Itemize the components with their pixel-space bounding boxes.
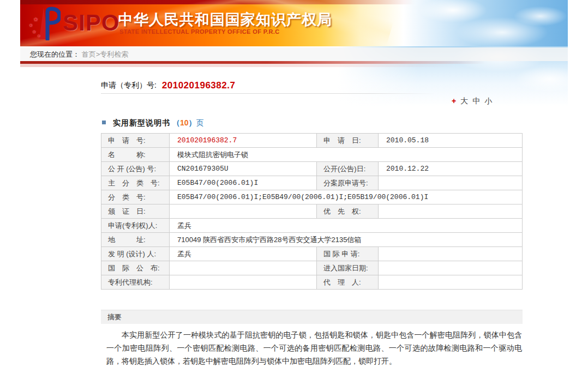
sipo-emblem-icon: ★ ★ ★ ★ [32, 7, 61, 43]
field-value: 孟兵 [170, 247, 317, 261]
org-name-cn: 中华人民共和国国家知识产权局 [118, 10, 332, 29]
field-label: 优 先 权: [317, 204, 379, 219]
field-label: 分案原申请号: [317, 176, 379, 190]
pages-link[interactable]: 页 [196, 118, 203, 127]
star-icon: ★ [37, 34, 40, 38]
field-value [170, 275, 317, 290]
application-number-label: 申请（专利）号: [101, 81, 157, 89]
table-row: 国 际 公 布: 进入国家日期: [101, 261, 523, 275]
font-size-control: +大中小 [452, 97, 494, 106]
pages-paren-open: （ [172, 118, 180, 127]
field-value: 2010.12.22 [379, 162, 523, 176]
table-row: 专利代理机构: 代 理 人: [101, 275, 523, 290]
pages-count: 10 [180, 118, 189, 127]
table-row: 地 址: 710049 陕西省西安市咸宁西路28号西安交通大学2135信箱 [101, 233, 523, 247]
field-label: 申 请 号: [101, 134, 170, 148]
field-value [379, 247, 523, 261]
table-row: 名 称: 模块式阻抗密钥电子锁 [101, 148, 523, 162]
section-title: 实用新型说明书 [113, 118, 170, 127]
field-label: 专利代理机构: [101, 275, 170, 290]
star-icon: ★ [33, 16, 38, 22]
field-value: 201020196382.7 [170, 134, 317, 148]
sipo-logo[interactable]: ★ ★ ★ ★ SIPO 中华人民共和国国家知识产权局 STATE INTELL… [27, 4, 332, 44]
field-value: 2010.05.18 [379, 134, 523, 148]
field-label: 申请(专利权)人: [101, 219, 170, 233]
patent-table: 申 请 号: 201020196382.7 申 请 日: 2010.05.18 … [101, 133, 523, 290]
star-icon: ★ [29, 23, 33, 28]
field-label: 名 称: [101, 148, 170, 162]
field-value [170, 261, 317, 275]
org-name-en: STATE INTELLECTUAL PROPERTY OFFICE OF P.… [119, 28, 280, 35]
field-label: 颁 证 日: [101, 204, 170, 219]
breadcrumb-home-link[interactable]: 首页 [82, 50, 96, 58]
field-label: 进入国家日期: [317, 261, 379, 275]
field-value [379, 204, 523, 219]
banner-top-strip [20, 0, 568, 4]
red-divider-glow [20, 64, 568, 67]
table-row: 颁 证 日: 优 先 权: [101, 204, 523, 219]
field-label: 分 类 号: [101, 190, 170, 204]
field-value [379, 176, 523, 190]
font-size-large-button[interactable]: 大 [460, 97, 468, 105]
field-label: 公开(公告)日: [317, 162, 379, 176]
abstract-text: 本实用新型公开了一种模块式的基于阻抗密钥的电子锁，包括钥匙和锁体，钥匙中包含一个… [106, 328, 522, 367]
header-banner: ★ ★ ★ ★ SIPO 中华人民共和国国家知识产权局 STATE INTELL… [20, 0, 568, 46]
sipo-acronym: SIPO [63, 10, 119, 36]
field-label: 发 明 (设计) 人: [101, 247, 170, 261]
breadcrumb: 您现在的位置： 首页>专利检索 [20, 47, 568, 61]
square-bullet-icon [102, 121, 106, 124]
font-size-medium-button[interactable]: 中 [472, 97, 480, 105]
table-row: 分 类 号: E05B47/00(2006.01)I;E05B49/00(200… [101, 190, 523, 204]
monument-p-icon [32, 7, 61, 40]
field-label: 国 际 申 请: [317, 247, 379, 261]
field-value: CN201679305U [170, 162, 317, 176]
field-value [379, 275, 523, 290]
font-size-small-button[interactable]: 小 [484, 97, 492, 105]
application-number-value: 201020196382.7 [162, 80, 236, 91]
field-value [379, 261, 523, 275]
field-label: 申 请 日: [317, 134, 379, 148]
section-heading: 实用新型说明书 （10）页 [102, 118, 203, 128]
table-row: 申 请 号: 201020196382.7 申 请 日: 2010.05.18 [101, 134, 523, 148]
table-row: 申请(专利权)人: 孟兵 [101, 219, 523, 233]
field-label: 国 际 公 布: [101, 261, 170, 275]
plus-icon: + [452, 97, 456, 105]
table-row: 发 明 (设计) 人: 孟兵 国 际 申 请: [101, 247, 523, 261]
field-value [170, 204, 317, 219]
pages-paren-close: ） [188, 118, 196, 127]
star-icon: ★ [32, 29, 36, 34]
field-label: 主 分 类 号: [101, 176, 170, 190]
field-value: E05B47/00(2006.01)I [170, 176, 317, 190]
field-label: 公 开 (公告) 号: [101, 162, 170, 176]
table-row: 公 开 (公告) 号: CN201679305U 公开(公告)日: 2010.1… [101, 162, 523, 176]
field-value: 孟兵 [170, 219, 523, 233]
field-value: 710049 陕西省西安市咸宁西路28号西安交通大学2135信箱 [170, 233, 523, 247]
breadcrumb-prefix: 您现在的位置： [30, 50, 80, 58]
table-row: 主 分 类 号: E05B47/00(2006.01)I 分案原申请号: [101, 176, 523, 190]
field-value: E05B47/00(2006.01)I;E05B49/00(2006.01)I;… [170, 190, 523, 204]
divider-line [101, 93, 436, 94]
abstract-header: 摘要 [101, 310, 523, 324]
field-label: 地 址: [101, 233, 170, 247]
field-value: 模块式阻抗密钥电子锁 [170, 148, 523, 162]
abstract-title: 摘要 [107, 313, 122, 321]
breadcrumb-current: 专利检索 [100, 50, 128, 58]
application-number-line: 申请（专利）号: 201020196382.7 [101, 80, 235, 91]
field-label: 代 理 人: [317, 275, 379, 290]
